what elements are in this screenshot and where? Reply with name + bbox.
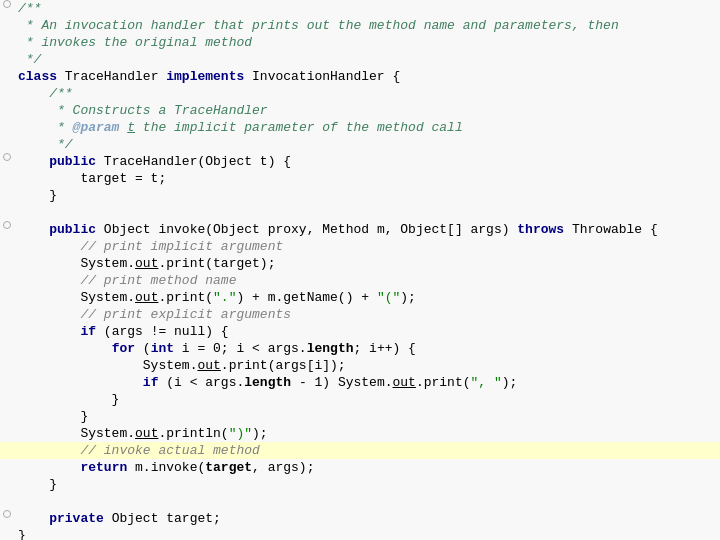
code-24: } [14,391,720,408]
code-6: /** [14,85,720,102]
line-4: */ [0,51,720,68]
line-2: * An invocation handler that prints out … [0,17,720,34]
line-8: * @param t the implicit parameter of the… [0,119,720,136]
code-31: private Object target; [14,510,720,527]
line-7: * Constructs a TraceHandler [0,102,720,119]
line-26: System.out.println(")"); [0,425,720,442]
code-16: System.out.print(target); [14,255,720,272]
code-2: * An invocation handler that prints out … [14,17,720,34]
line-9: */ [0,136,720,153]
line-11: target = t; [0,170,720,187]
code-20: if (args != null) { [14,323,720,340]
code-21: for (int i = 0; i < args.length; i++) { [14,340,720,357]
code-19: // print explicit arguments [14,306,720,323]
code-editor: /** * An invocation handler that prints … [0,0,720,540]
line-19: // print explicit arguments [0,306,720,323]
line-22: System.out.print(args[i]); [0,357,720,374]
line-3: * invokes the original method [0,34,720,51]
line-25: } [0,408,720,425]
code-30 [14,493,720,510]
code-28: return m.invoke(target, args); [14,459,720,476]
code-1: /** [14,0,720,17]
code-7: * Constructs a TraceHandler [14,102,720,119]
line-18: System.out.print(".") + m.getName() + "(… [0,289,720,306]
code-12: } [14,187,720,204]
line-23: if (i < args.length - 1) System.out.prin… [0,374,720,391]
line-29: } [0,476,720,493]
line-16: System.out.print(target); [0,255,720,272]
code-10: public TraceHandler(Object t) { [14,153,720,170]
code-15: // print implicit argument [14,238,720,255]
code-27: // invoke actual method [14,442,720,459]
code-14: public Object invoke(Object proxy, Metho… [14,221,720,238]
line-5: class TraceHandler implements Invocation… [0,68,720,85]
line-12: } [0,187,720,204]
code-32: } [14,527,720,540]
code-29: } [14,476,720,493]
line-32: } [0,527,720,540]
code-4: */ [14,51,720,68]
code-25: } [14,408,720,425]
line-27: // invoke actual method [0,442,720,459]
bp-10[interactable] [0,153,14,161]
bp-1[interactable] [0,0,14,8]
line-31: private Object target; [0,510,720,527]
code-9: */ [14,136,720,153]
code-8: * @param t the implicit parameter of the… [14,119,720,136]
code-3: * invokes the original method [14,34,720,51]
line-28: return m.invoke(target, args); [0,459,720,476]
line-14: public Object invoke(Object proxy, Metho… [0,221,720,238]
line-21: for (int i = 0; i < args.length; i++) { [0,340,720,357]
code-26: System.out.println(")"); [14,425,720,442]
code-13 [14,204,720,221]
bp-31[interactable] [0,510,14,518]
code-17: // print method name [14,272,720,289]
line-1: /** [0,0,720,17]
line-20: if (args != null) { [0,323,720,340]
line-10: public TraceHandler(Object t) { [0,153,720,170]
code-23: if (i < args.length - 1) System.out.prin… [14,374,720,391]
line-30 [0,493,720,510]
line-17: // print method name [0,272,720,289]
bp-14[interactable] [0,221,14,229]
line-13 [0,204,720,221]
code-18: System.out.print(".") + m.getName() + "(… [14,289,720,306]
code-5: class TraceHandler implements Invocation… [14,68,720,85]
code-11: target = t; [14,170,720,187]
line-15: // print implicit argument [0,238,720,255]
line-24: } [0,391,720,408]
code-22: System.out.print(args[i]); [14,357,720,374]
line-6: /** [0,85,720,102]
